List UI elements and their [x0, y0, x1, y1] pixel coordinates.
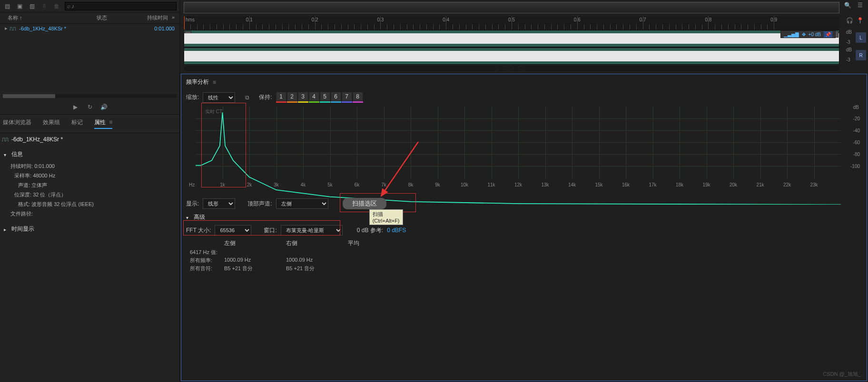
pin-icon[interactable]: 📍	[856, 16, 864, 25]
pinned-view-icon[interactable]: 🎧	[845, 16, 854, 25]
chevron-down-icon	[186, 214, 191, 221]
zoom-label: 缩放:	[186, 93, 199, 101]
prop-duration-label: 持续时间:	[10, 163, 33, 169]
file-list-scrollbar[interactable]	[3, 94, 177, 98]
col-status[interactable]: 状态	[97, 14, 125, 21]
files-filter-icon[interactable]: ▤	[3, 2, 11, 10]
all-freq-right: 1000.09 Hz	[286, 257, 348, 264]
display-label: 显示:	[186, 200, 199, 208]
scan-button[interactable]: 扫描选区	[343, 198, 386, 209]
overview-waveform[interactable]	[184, 2, 839, 13]
col-duration[interactable]: 持续时间	[125, 14, 168, 21]
prop-format-label: 格式:	[18, 201, 30, 207]
channel-badge-right[interactable]: R	[856, 50, 866, 60]
search-icon: ⌕	[67, 3, 70, 10]
prop-bitdepth-label: 位深度:	[14, 192, 31, 197]
ref-label: 0 dB 参考:	[357, 226, 383, 235]
volume-hud[interactable]: ▁▃▅▇ ✥ +0 dB 📌	[780, 30, 836, 38]
prop-samplerate-label: 采样率:	[14, 173, 31, 178]
current-item-name: -6db_1KHz_48KSr *	[11, 136, 63, 143]
col-right: 右侧	[286, 239, 329, 247]
section-info[interactable]: 信息	[4, 147, 176, 161]
panel-menu-icon[interactable]: ≡	[109, 119, 112, 126]
chevron-down-icon	[4, 151, 9, 158]
file-duration: 0:01.000	[132, 26, 175, 31]
prop-format: 波形音频 32 位浮点 (IEEE)	[31, 201, 94, 207]
expand-icon[interactable]: ▸	[5, 25, 8, 31]
section-time-display[interactable]: 时间显示	[4, 222, 176, 236]
plot-hz-label: Hz	[189, 182, 195, 187]
waveform-channel-left[interactable]	[184, 30, 839, 47]
waveform-icon: ⎍⎍	[10, 26, 16, 31]
panel-resize-handle[interactable]: : : : : : :	[184, 66, 839, 71]
prop-bitdepth: 32 位（浮点）	[33, 192, 66, 197]
display-select[interactable]: 线形	[203, 198, 235, 209]
panel-menu-icon[interactable]: ≡	[213, 79, 216, 86]
waveform-icon: ⎍⎍	[2, 136, 9, 143]
tab-properties[interactable]: 属性 ≡	[94, 118, 112, 129]
tab-media-browser[interactable]: 媒体浏览器	[3, 118, 31, 129]
new-file-icon[interactable]: ▣	[15, 2, 24, 10]
zoom-tool-icon[interactable]: 🔍	[843, 1, 852, 10]
hold-2[interactable]: 2	[287, 92, 297, 101]
file-row[interactable]: ▸ ⎍⎍ -6db_1KHz_48KSr * 0:01.000	[0, 24, 179, 33]
cursor-freq-label: 6417 Hz 值:	[190, 249, 224, 256]
search-input[interactable]: ⌕ ♪	[65, 2, 177, 10]
window-select[interactable]: 布莱克曼-哈里斯	[281, 225, 343, 235]
all-note-label: 所有音符:	[190, 265, 224, 272]
play-icon[interactable]: ▶	[71, 103, 80, 111]
copy-chart-icon[interactable]: ⧉	[243, 93, 251, 102]
hold-5[interactable]: 5	[320, 92, 330, 101]
volume-value: +0 dB	[809, 32, 821, 37]
db-scale-left: dB-3	[846, 29, 852, 45]
window-label: 窗口:	[264, 226, 276, 235]
all-freq-left: 1000.09 Hz	[224, 257, 286, 264]
ruler-hms: hms	[186, 17, 195, 22]
hold-4[interactable]: 4	[309, 92, 319, 101]
ref-value[interactable]: 0 dBFS	[387, 227, 406, 234]
top-channel-select[interactable]: 左侧	[276, 198, 328, 209]
col-more-icon[interactable]: »	[168, 14, 175, 21]
channel-badge-left[interactable]: L	[856, 32, 866, 43]
hold-6[interactable]: 6	[331, 92, 341, 101]
import-icon: ⇩	[40, 2, 49, 10]
col-left: 左侧	[224, 239, 267, 247]
delete-icon: 🗑	[52, 2, 61, 10]
hold-3[interactable]: 3	[298, 92, 308, 101]
section-time-display-label: 时间显示	[11, 225, 34, 233]
prop-duration: 0:01.000	[34, 163, 55, 169]
zoom-select[interactable]: 线性	[203, 92, 235, 103]
plot-db-label: dB	[853, 105, 859, 110]
fft-size-select[interactable]: 65536	[215, 225, 251, 235]
tab-effects[interactable]: 效果组	[43, 118, 60, 129]
tab-markers[interactable]: 标记	[71, 118, 83, 129]
hold-label: 保持:	[259, 93, 272, 101]
chevron-right-icon	[4, 226, 9, 233]
pin-volume-icon[interactable]: 📌	[824, 31, 832, 38]
advanced-label: 高级	[194, 213, 205, 221]
time-ruler[interactable]: hms 0.10.20.30.40.50.60.70.80.9	[184, 16, 839, 29]
loop-icon[interactable]: ↻	[86, 103, 94, 111]
tab-properties-label: 属性	[94, 119, 106, 126]
advanced-section[interactable]: 高级	[186, 211, 862, 223]
auto-play-icon[interactable]: 🔊	[100, 103, 108, 111]
panel-title: 频率分析	[186, 78, 209, 86]
waveform-channel-right[interactable]	[184, 48, 839, 65]
all-note-left: B5 +21 音分	[224, 265, 286, 272]
spectral-toggle-icon[interactable]: ☰	[856, 1, 864, 10]
hold-buttons: 1 2 3 4 5 6 7 8	[276, 92, 363, 103]
prop-samplerate: 48000 Hz	[33, 173, 55, 178]
current-time-indicator[interactable]	[184, 16, 185, 29]
all-note-right: B5 +21 音分	[286, 265, 348, 272]
spectrum-plot[interactable]: 实时 CTI dB Hz 1k2k3k4k5k6k7k8k9k10k11k12k…	[196, 107, 841, 187]
prop-channels-label: 声道:	[18, 182, 30, 188]
top-channel-label: 顶部声道:	[247, 200, 272, 208]
prop-channels: 立体声	[31, 182, 47, 188]
hold-7[interactable]: 7	[342, 92, 352, 101]
prop-filepath-label: 文件路径:	[10, 211, 33, 216]
hold-1[interactable]: 1	[276, 92, 286, 101]
hold-8[interactable]: 8	[353, 92, 363, 101]
col-name[interactable]: 名称 ↑	[8, 14, 97, 21]
volume-adjust-icon[interactable]: ✥	[802, 32, 806, 37]
open-file-icon[interactable]: ▥	[28, 2, 36, 10]
